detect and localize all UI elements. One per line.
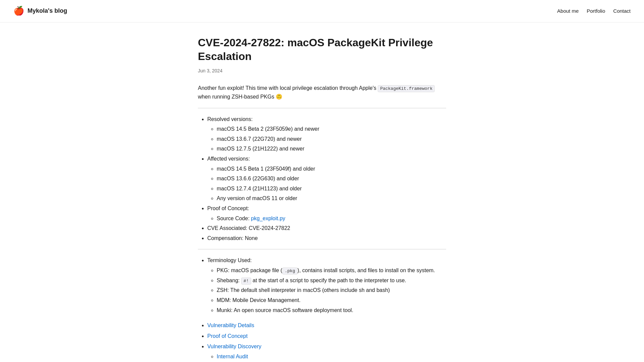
- resolved-label: Resolved versions:: [207, 116, 253, 122]
- terminology-pkg-suffix: ), contains install scripts, and files t…: [298, 267, 435, 273]
- toc-link-poc[interactable]: Proof of Concept: [207, 333, 248, 339]
- cve-item: CVE Associated: CVE-2024-27822: [207, 224, 446, 233]
- terminology-shebang-suffix: at the start of a script to specify the …: [251, 278, 406, 283]
- affected-versions-list: macOS 14.5 Beta 1 (23F5049f) and older m…: [207, 165, 446, 203]
- terminology-label: Terminology Used:: [207, 257, 252, 263]
- shebang-code: #!: [241, 278, 251, 285]
- terminology-header-item: Terminology Used: PKG: macOS package fil…: [207, 256, 446, 314]
- nav-portfolio[interactable]: Portfolio: [587, 7, 605, 15]
- list-item: macOS 14.5 Beta 2 (23F5059e) and newer: [217, 125, 446, 133]
- pkg-code: .pkg: [282, 267, 298, 275]
- divider-middle: [198, 249, 446, 249]
- post-body: Another fun exploit! This time with loca…: [198, 84, 446, 362]
- main-nav: About me Portfolio Contact: [557, 7, 631, 15]
- poc-list: Source Code: pkg_exploit.py: [207, 214, 446, 223]
- terminology-section: Terminology Used: PKG: macOS package fil…: [198, 256, 446, 314]
- toc-link-vuln-details[interactable]: Vulnerability Details: [207, 322, 254, 328]
- terminology-munki: Munki: An open source macOS software dep…: [217, 306, 446, 315]
- post-title: CVE-2024-27822: macOS PackageKit Privile…: [198, 36, 446, 64]
- main-info-list: Resolved versions: macOS 14.5 Beta 2 (23…: [198, 115, 446, 243]
- terminology-shebang: Shebang: #! at the start of a script to …: [217, 276, 446, 285]
- poc-item: Proof of Concept: Source Code: pkg_explo…: [207, 204, 446, 223]
- site-logo[interactable]: 🍎 Mykola's blog: [13, 4, 67, 18]
- resolved-versions-list: macOS 14.5 Beta 2 (23F5059e) and newer m…: [207, 125, 446, 153]
- main-content: CVE-2024-27822: macOS PackageKit Privile…: [191, 22, 453, 362]
- list-item: macOS 14.5 Beta 1 (23F5049f) and older: [217, 165, 446, 173]
- terminology-pkg-prefix: PKG: macOS package file (: [217, 267, 282, 273]
- intro-text-before: Another fun exploit! This time with loca…: [198, 85, 376, 91]
- terminology-shebang-prefix: Shebang:: [217, 278, 241, 283]
- list-item: Any version of macOS 11 or older: [217, 194, 446, 203]
- terminology-list: PKG: macOS package file (.pkg), contains…: [207, 266, 446, 314]
- poc-source-link[interactable]: pkg_exploit.py: [251, 216, 285, 221]
- affected-label: Affected versions:: [207, 156, 250, 162]
- toc-link-internal-audit[interactable]: Internal Audit: [217, 354, 248, 359]
- terminology-zsh: ZSH: The default shell interpreter in ma…: [217, 286, 446, 295]
- logo-icon: 🍎: [13, 4, 24, 18]
- toc-vuln-discovery-children: Internal Audit Surprise macOS 14.5 relea…: [207, 352, 446, 362]
- toc-vuln-discovery: Vulnerability Discovery Internal Audit S…: [207, 342, 446, 362]
- intro-text-after: when running ZSH-based PKGs 🙃: [198, 94, 282, 100]
- intro-paragraph: Another fun exploit! This time with loca…: [198, 84, 446, 101]
- list-item: macOS 12.7.4 (21H1123) and older: [217, 184, 446, 193]
- site-header: 🍎 Mykola's blog About me Portfolio Conta…: [0, 0, 644, 22]
- poc-label: Proof of Concept:: [207, 205, 249, 211]
- post-date: Jun 3, 2024: [198, 67, 446, 74]
- list-item: macOS 12.7.5 (21H1222) and newer: [217, 144, 446, 153]
- poc-source-item: Source Code: pkg_exploit.py: [217, 214, 446, 223]
- blog-post: CVE-2024-27822: macOS PackageKit Privile…: [198, 36, 446, 362]
- nav-contact[interactable]: Contact: [613, 7, 631, 15]
- terminology-pkg: PKG: macOS package file (.pkg), contains…: [217, 266, 446, 275]
- toc-link-vuln-discovery[interactable]: Vulnerability Discovery: [207, 344, 261, 349]
- packagekit-framework-code: PackageKit.framework: [378, 85, 435, 92]
- divider-top: [198, 108, 446, 108]
- blog-title: Mykola's blog: [28, 6, 67, 16]
- source-code-label: Source Code:: [217, 216, 250, 221]
- list-item: macOS 13.6.7 (22G720) and newer: [217, 135, 446, 143]
- toc-internal-audit: Internal Audit: [217, 352, 446, 361]
- list-item: macOS 13.6.6 (22G630) and older: [217, 174, 446, 183]
- affected-versions-item: Affected versions: macOS 14.5 Beta 1 (23…: [207, 155, 446, 203]
- toc-vuln-details: Vulnerability Details: [207, 321, 446, 330]
- table-of-contents: Vulnerability Details Proof of Concept V…: [198, 321, 446, 362]
- terminology-mdm: MDM: Mobile Device Management.: [217, 296, 446, 305]
- compensation-item: Compensation: None: [207, 234, 446, 243]
- toc-poc: Proof of Concept: [207, 332, 446, 341]
- nav-about[interactable]: About me: [557, 7, 579, 15]
- resolved-versions-item: Resolved versions: macOS 14.5 Beta 2 (23…: [207, 115, 446, 153]
